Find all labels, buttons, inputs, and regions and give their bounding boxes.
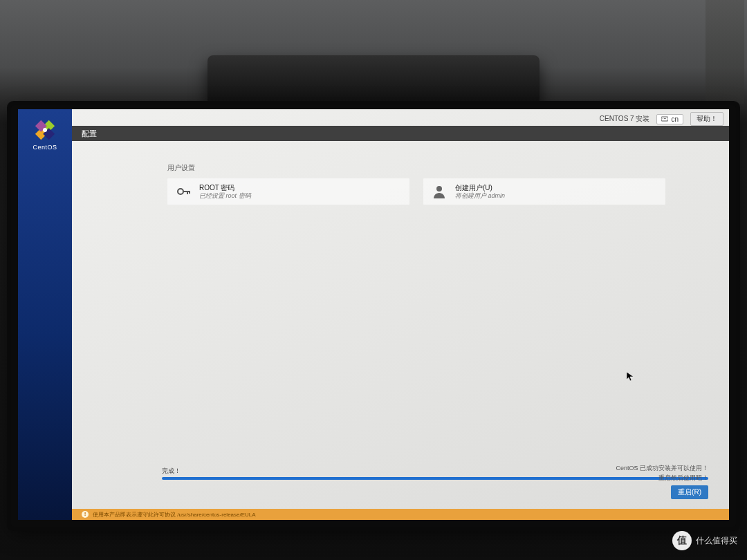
finish-line-1: CentOS 已成功安装并可以使用！: [616, 464, 708, 474]
spoke-root-title: ROOT 密码: [199, 184, 251, 192]
keyboard-layout-label: cn: [671, 115, 679, 123]
centos-logo-icon: [34, 119, 56, 141]
user-icon: [430, 183, 448, 200]
keyboard-indicator[interactable]: cn: [656, 114, 683, 124]
spoke-user-status: 将创建用户 admin: [455, 192, 505, 200]
installer-main: CENTOS 7 安装 cn 帮助！ 配置 用户设置: [72, 109, 729, 520]
warning-icon: !: [82, 511, 89, 518]
eula-bar[interactable]: ! 使用本产品即表示遵守此许可协议 /usr/share/centos-rele…: [72, 509, 729, 520]
watermark: 值 什么值得买: [672, 531, 737, 550]
spoke-root-status: 已经设置 root 密码: [199, 192, 251, 200]
breadcrumb-bar: 配置: [72, 126, 729, 141]
monitor-bezel: CentOS CENTOS 7 安装 cn 帮助！ 配置 用户设置: [11, 105, 736, 527]
breadcrumb: 配置: [82, 129, 97, 139]
key-icon: [174, 183, 192, 200]
screen: CentOS CENTOS 7 安装 cn 帮助！ 配置 用户设置: [18, 109, 729, 520]
svg-point-9: [178, 189, 183, 194]
installer-body: 用户设置 ROOT 密码 已经设置 root 密码: [72, 151, 729, 520]
spoke-create-user[interactable]: 创建用户(U) 将创建用户 admin: [423, 178, 665, 205]
svg-point-10: [436, 186, 442, 192]
spoke-root-password[interactable]: ROOT 密码 已经设置 root 密码: [167, 178, 409, 205]
installer-sidebar: CentOS: [18, 109, 72, 520]
monitor-lamp-bar: [208, 55, 540, 109]
watermark-badge: 值: [672, 531, 692, 550]
svg-rect-8: [665, 118, 666, 119]
svg-rect-7: [664, 118, 665, 119]
spoke-user-title: 创建用户(U): [455, 184, 505, 192]
svg-point-4: [43, 128, 47, 132]
eula-text: 使用本产品即表示遵守此许可协议 /usr/share/centos-releas…: [93, 511, 256, 519]
header-strip: CENTOS 7 安装 cn 帮助！: [600, 109, 729, 127]
user-settings-heading: 用户设置: [167, 163, 710, 173]
wall-scroll-decoration: [706, 0, 744, 104]
watermark-text: 什么值得买: [696, 535, 737, 547]
help-button[interactable]: 帮助！: [690, 112, 723, 126]
svg-rect-6: [663, 118, 663, 119]
distro-name: CentOS: [33, 144, 57, 151]
reboot-button[interactable]: 重启(R): [671, 485, 708, 499]
finish-messages: CentOS 已成功安装并可以使用！ 重启然后使用吧！ 重启(R): [616, 464, 708, 499]
finish-line-2: 重启然后使用吧！: [616, 474, 708, 483]
keyboard-icon: [661, 115, 668, 123]
spokes-row: ROOT 密码 已经设置 root 密码 创建用户(U): [167, 178, 710, 205]
product-title: CENTOS 7 安装: [600, 114, 650, 124]
